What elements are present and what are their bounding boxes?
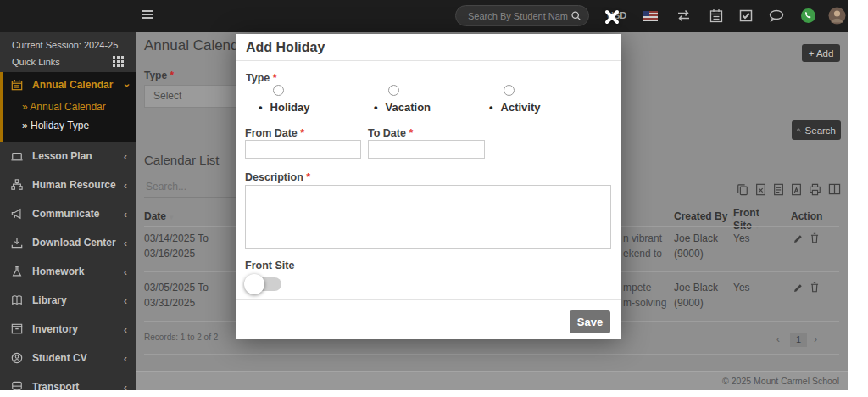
pagination-prev[interactable]: ‹ — [776, 333, 780, 345]
pagination-page-1[interactable]: 1 — [790, 333, 807, 347]
sidebar-item-lesson-plan[interactable]: Lesson Plan ‹ — [0, 142, 136, 171]
card-bottom-border — [144, 354, 839, 355]
activity-radio-label[interactable]: Activity — [489, 101, 591, 114]
table-row-front-site: Yes — [733, 280, 750, 295]
sidebar-item-homework[interactable]: Homework ‹ — [0, 257, 136, 286]
chat-bubble-icon[interactable] — [769, 9, 784, 22]
description-textarea[interactable] — [245, 185, 611, 249]
sidebar-item-human-resource[interactable]: Human Resource ‹ — [0, 171, 136, 199]
current-session-label: Current Session: 2024-25 — [12, 40, 124, 50]
search-button-label: Search — [805, 126, 836, 136]
chevron-left-icon: ‹ — [124, 381, 127, 391]
columns-icon[interactable] — [828, 183, 841, 196]
tasks-check-icon[interactable] — [739, 9, 753, 22]
sidebar-item-communicate[interactable]: Communicate ‹ — [0, 199, 136, 228]
add-holiday-modal: Add Holiday Type * Holiday Vacation Acti… — [236, 34, 621, 339]
table-row-created-by: Joe Black(9000) — [674, 280, 718, 310]
calendar-icon — [11, 79, 25, 91]
front-site-label: Front Site — [245, 260, 294, 271]
modal-title: Add Holiday — [246, 40, 325, 55]
front-site-toggle[interactable] — [244, 274, 285, 294]
search-icon[interactable] — [570, 10, 581, 21]
column-header-date[interactable]: Date — [144, 210, 174, 222]
delete-trash-icon[interactable] — [810, 282, 820, 293]
chevron-down-icon: ‹ — [119, 83, 131, 87]
board-icon — [11, 150, 25, 162]
download-icon — [11, 237, 25, 249]
quick-links-grid-icon[interactable] — [113, 56, 124, 67]
radio-option-holiday: Holiday — [259, 85, 360, 114]
bus-icon — [11, 381, 25, 390]
excel-file-icon[interactable] — [755, 183, 766, 196]
edit-pencil-icon[interactable] — [793, 282, 804, 293]
calendar-icon[interactable] — [709, 8, 723, 23]
sidebar-item-inventory[interactable]: Inventory ‹ — [0, 315, 136, 344]
chevron-left-icon: ‹ — [124, 323, 127, 336]
quick-links-label: Quick Links — [12, 57, 60, 67]
export-toolbar — [743, 183, 841, 196]
flask-icon — [11, 266, 25, 277]
modal-close-icon[interactable] — [604, 8, 620, 25]
sidebar-item-student-cv[interactable]: Student CV ‹ — [0, 344, 136, 372]
to-date-label: To Date * — [368, 127, 413, 139]
table-row-date: 03/05/2025 To03/31/2025 — [144, 280, 209, 310]
vacation-radio-label[interactable]: Vacation — [374, 101, 476, 114]
chevron-left-icon: ‹ — [124, 208, 127, 221]
type-field-label: Type * — [144, 70, 174, 81]
archive-icon — [11, 323, 25, 335]
pagination-next[interactable]: › — [814, 333, 817, 345]
sidebar-item-annual-calendar[interactable]: Annual Calendar ‹ — [3, 72, 136, 98]
modal-footer: Save — [236, 299, 621, 340]
toggle-knob — [244, 274, 264, 294]
sidebar-item-label: Library — [32, 294, 124, 306]
megaphone-icon — [11, 208, 25, 220]
sidebar-item-download-center[interactable]: Download Center ‹ — [0, 228, 136, 257]
edit-pencil-icon[interactable] — [793, 233, 804, 243]
student-search-input[interactable] — [466, 10, 570, 22]
modal-type-label: Type * — [246, 72, 277, 84]
activity-radio[interactable] — [504, 85, 515, 96]
radio-option-vacation: Vacation — [374, 85, 476, 114]
records-count: Records: 1 to 2 of 2 — [144, 333, 218, 342]
whatsapp-icon[interactable] — [800, 8, 816, 24]
user-avatar[interactable] — [828, 7, 846, 25]
doc-file-icon[interactable] — [773, 183, 784, 196]
chevron-left-icon: ‹ — [124, 150, 127, 163]
sidebar-item-library[interactable]: Library ‹ — [0, 286, 136, 315]
swap-arrows-icon[interactable] — [676, 9, 691, 22]
sidebar-item-transport[interactable]: Transport ‹ — [0, 372, 136, 390]
chevron-left-icon: ‹ — [124, 237, 127, 249]
page-footer: © 2025 Mount Carmel School — [136, 371, 848, 390]
from-date-label: From Date * — [245, 127, 304, 139]
table-row-created-by: Joe Black(9000) — [674, 231, 718, 261]
save-button[interactable]: Save — [570, 310, 610, 333]
vacation-radio[interactable] — [388, 85, 399, 96]
holiday-radio-label[interactable]: Holiday — [259, 101, 360, 114]
top-navbar: USD — [0, 0, 848, 32]
sidebar-subitem-annual-calendar[interactable]: » Annual Calendar — [3, 98, 136, 116]
to-date-input[interactable] — [368, 140, 485, 159]
holiday-radio[interactable] — [273, 85, 284, 96]
sidebar-item-label: Annual Calendar — [32, 79, 124, 91]
pdf-file-icon[interactable] — [791, 183, 802, 196]
column-header-created-by[interactable]: Created By — [674, 210, 735, 222]
sort-caret-icon — [166, 210, 174, 222]
hamburger-menu-icon[interactable] — [142, 10, 153, 20]
sidebar-subitem-holiday-type[interactable]: » Holiday Type — [3, 116, 136, 135]
sidebar-item-label: Download Center — [32, 237, 124, 249]
language-flag-icon[interactable] — [643, 11, 658, 21]
delete-trash-icon[interactable] — [810, 232, 820, 243]
sidebar-item-label: Human Resource — [32, 179, 124, 191]
search-button[interactable]: Search — [792, 120, 841, 140]
table-row-description: mpetem-solving — [623, 280, 666, 310]
copy-icon[interactable] — [737, 183, 748, 196]
from-date-input[interactable] — [245, 140, 361, 159]
add-button[interactable]: + Add — [802, 44, 840, 62]
modal-header: Add Holiday — [236, 34, 621, 61]
chevron-left-icon: ‹ — [124, 352, 127, 365]
description-label: Description * — [245, 171, 310, 183]
column-header-front-site[interactable]: Front Site — [733, 207, 772, 233]
chevron-left-icon: ‹ — [124, 294, 127, 307]
print-icon[interactable] — [809, 183, 821, 196]
annual-calendar-menu-group: Annual Calendar ‹ » Annual Calendar » Ho… — [0, 72, 136, 142]
